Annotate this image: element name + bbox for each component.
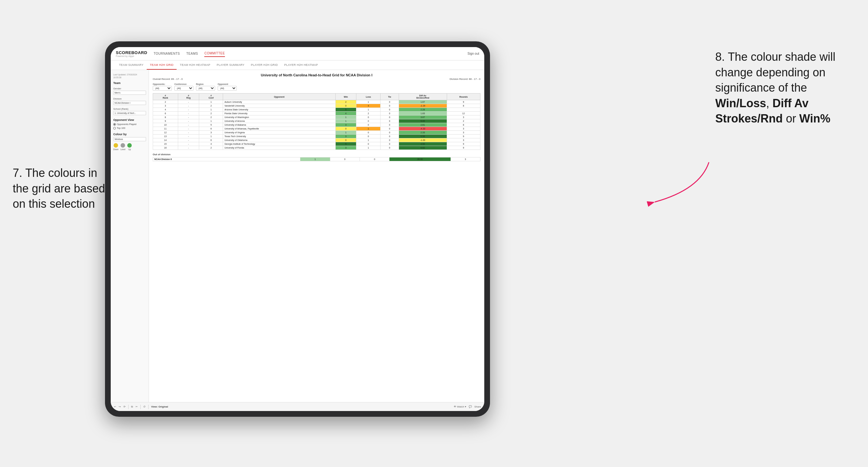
- cell-opponent: University of Virginia: [223, 131, 335, 134]
- crop-btn[interactable]: ✂: [135, 405, 138, 408]
- tab-team-h2h-heatmap[interactable]: TEAM H2H HEATMAP: [177, 60, 214, 70]
- nav-links: TOURNAMENTS TEAMS COMMITTEE: [154, 50, 467, 57]
- cell-conf: 2: [199, 112, 223, 116]
- sign-out-link[interactable]: Sign out: [467, 52, 479, 55]
- toolbar-divider-3: [148, 405, 149, 409]
- cell-rounds: 3: [447, 116, 480, 119]
- legend-down: Down: [113, 143, 119, 151]
- table-row: 11-6University of Arkansas, Fayetteville…: [153, 127, 480, 131]
- cell-diff: 1.67: [399, 100, 447, 104]
- out-of-division-win: 1: [300, 157, 330, 161]
- legend-level-dot: [121, 143, 125, 148]
- sub-nav: TEAM SUMMARY TEAM H2H GRID TEAM H2H HEAT…: [111, 60, 484, 70]
- filter-opponents-select[interactable]: (All): [153, 86, 172, 91]
- cell-win: 1: [335, 131, 356, 134]
- cell-win: 3: [335, 146, 356, 150]
- comment-btn[interactable]: 💬: [469, 405, 472, 408]
- cell-loss: 0: [356, 116, 380, 119]
- cell-opponent: University of Alabama: [223, 123, 335, 127]
- cell-tie: 0: [380, 119, 399, 123]
- overall-record: Overall Record: 89 - 17 - 0: [153, 77, 183, 81]
- watch-btn[interactable]: 👁 Watch ▾: [454, 405, 466, 408]
- redo-btn[interactable]: ↪: [119, 405, 121, 408]
- cell-reg: -: [178, 123, 199, 127]
- tab-team-h2h-grid[interactable]: TEAM H2H GRID: [147, 60, 177, 70]
- gender-select[interactable]: Men's: [113, 91, 146, 95]
- share-btn[interactable]: Share: [474, 405, 481, 408]
- cell-conf: 1: [199, 134, 223, 138]
- cell-opponent: University of Arkansas, Fayetteville: [223, 127, 335, 131]
- table-row: 13-1Texas Tech University3005.569: [153, 134, 480, 138]
- colour-by-select[interactable]: Win/loss: [113, 137, 146, 141]
- filter-conference-select[interactable]: (All): [174, 86, 193, 91]
- cell-diff: 1.83: [399, 112, 447, 116]
- table-row: 6-2Florida State University4201.8312: [153, 112, 480, 116]
- cell-reg: -: [178, 104, 199, 108]
- radio-label-2: Top 100: [117, 127, 125, 129]
- cell-rounds: 8: [447, 104, 480, 108]
- cell-diff: 6.62: [399, 146, 447, 150]
- table-header-row: #Rank #Reg #Conf Opponent Win Loss Tie D…: [153, 94, 480, 100]
- out-of-division-loss: 0: [330, 157, 360, 161]
- table-row: 4-1Arizona State University5102.28: [153, 108, 480, 112]
- division-select[interactable]: NCAA Division I: [113, 101, 146, 105]
- cell-win: 2: [335, 100, 356, 104]
- tab-team-summary[interactable]: TEAM SUMMARY: [116, 60, 147, 70]
- radio-opponents-played[interactable]: Opponents Played: [113, 123, 146, 126]
- cell-rounds: 2: [447, 119, 480, 123]
- legend-up-label: Up: [128, 148, 131, 151]
- radio-top100[interactable]: Top 100: [113, 127, 146, 129]
- nav-committee[interactable]: COMMITTEE: [204, 50, 225, 57]
- cell-diff: 2.33: [399, 131, 447, 134]
- legend-row: Down Level Up: [113, 143, 146, 151]
- table-head: #Rank #Reg #Conf Opponent Win Loss Tie D…: [153, 94, 480, 100]
- filter-region-select[interactable]: (All): [196, 86, 215, 91]
- cell-reg: -: [178, 100, 199, 104]
- cell-conf: 6: [199, 127, 223, 131]
- out-of-division-tie: 0: [360, 157, 390, 161]
- cell-diff: -1.00: [399, 138, 447, 142]
- copy-btn[interactable]: ⧉: [131, 405, 133, 408]
- cell-loss: 1: [356, 146, 380, 150]
- undo-btn[interactable]: ↩: [114, 405, 116, 408]
- cell-loss: 4: [356, 104, 380, 108]
- out-of-division-table: NCAA Division II 1 0 0 26.00 3: [153, 157, 480, 161]
- cell-diff: 3.67: [399, 116, 447, 119]
- cell-rank: 12: [153, 131, 178, 134]
- team-section-title: Team: [113, 82, 146, 85]
- th-reg: #Reg: [178, 94, 199, 100]
- cell-rank: 6: [153, 112, 178, 116]
- cell-diff: 5.56: [399, 134, 447, 138]
- cell-rank: 14: [153, 138, 178, 142]
- cell-tie: 0: [380, 104, 399, 108]
- cell-loss: 0: [356, 119, 380, 123]
- table-row: 9-1University of Arizona1009.002: [153, 119, 480, 123]
- cell-reg: -: [178, 142, 199, 146]
- cell-tie: 0: [380, 131, 399, 134]
- tab-player-h2h-grid[interactable]: PLAYER H2H GRID: [248, 60, 281, 70]
- cell-opponent: Auburn University: [223, 100, 335, 104]
- annotation-left: 7. The colours in the grid are based on …: [13, 165, 115, 212]
- forward-btn[interactable]: ⟳: [123, 405, 126, 408]
- cell-loss: 0: [356, 123, 380, 127]
- cell-win: 4: [335, 112, 356, 116]
- table-row: 3-2Vanderbilt University040-2.298: [153, 104, 480, 108]
- cell-tie: 0: [380, 142, 399, 146]
- clock-btn[interactable]: ⏱: [143, 405, 146, 408]
- table-row: 12-3University of Virginia1002.333: [153, 131, 480, 134]
- nav-teams[interactable]: TEAMS: [186, 51, 198, 57]
- cell-loss: 0: [356, 134, 380, 138]
- main-content: Last Updated: 27/03/2024 16:55:38 Team G…: [111, 70, 484, 402]
- th-rank: #Rank: [153, 94, 178, 100]
- nav-tournaments[interactable]: TOURNAMENTS: [154, 51, 180, 57]
- legend-up: Up: [127, 143, 132, 151]
- cell-conf: 6: [199, 138, 223, 142]
- filter-opponent-select[interactable]: (All): [218, 86, 237, 91]
- tab-player-h2h-heatmap[interactable]: PLAYER H2H HEATMAP: [281, 60, 321, 70]
- tab-player-summary[interactable]: PLAYER SUMMARY: [214, 60, 248, 70]
- cell-tie: 0: [380, 123, 399, 127]
- legend-up-dot: [127, 143, 132, 148]
- cell-tie: 0: [380, 134, 399, 138]
- filter-row: Opponents: (All) Conference (All) Region: [153, 83, 480, 91]
- th-win: Win: [335, 94, 356, 100]
